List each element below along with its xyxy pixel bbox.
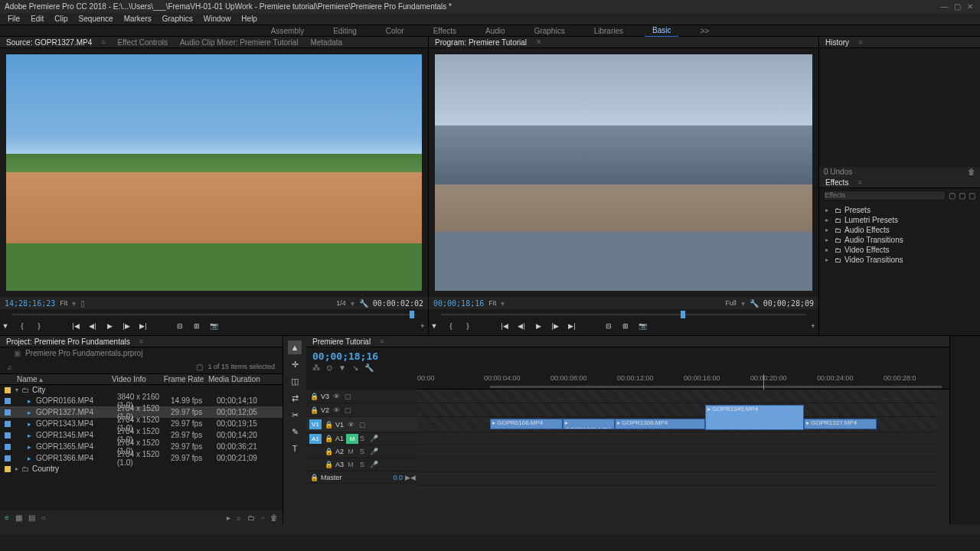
track-head-master[interactable]: 🔒Master0.0▶◀ (306, 471, 417, 484)
effects-folder[interactable]: ▸🗀Lumetri Presets (825, 215, 974, 225)
in-button[interactable]: { (17, 322, 28, 333)
menu-file[interactable]: File (3, 15, 24, 23)
track-lane-a2[interactable] (417, 445, 938, 458)
timeline-timecode[interactable]: 00;00;18;16 (312, 350, 943, 362)
lift-button[interactable]: ⊟ (603, 322, 614, 333)
track-head-v3[interactable]: 🔒V3👁▢ (306, 390, 417, 403)
tab-effects[interactable]: Effects (824, 178, 853, 187)
tab-history[interactable]: History (824, 38, 854, 47)
menu-edit[interactable]: Edit (26, 15, 48, 23)
zoom-slider[interactable]: ○ (41, 514, 46, 522)
wrench-icon[interactable]: 🔧 (359, 299, 368, 308)
track-lane-v2[interactable] (417, 403, 938, 417)
maximize-icon[interactable]: ▢ (952, 0, 962, 13)
step-back-button[interactable]: ◀| (516, 322, 527, 333)
track-head-v2[interactable]: 🔒V2👁▢ (306, 403, 417, 417)
insert-button[interactable]: ⊟ (175, 322, 185, 333)
fx-badge-icon[interactable]: ▢ (959, 191, 965, 200)
wrench-icon[interactable]: 🔧 (750, 299, 759, 308)
effects-folder[interactable]: ▸🗀Audio Transitions (825, 235, 974, 245)
freeform-view-button[interactable]: ▤ (28, 514, 35, 522)
source-tab-0[interactable]: Source: GOPR1327.MP4 (5, 38, 96, 47)
menu-window[interactable]: Window (199, 15, 236, 23)
track-lane-master[interactable] (417, 472, 938, 486)
source-fit[interactable]: Fit (60, 299, 67, 307)
tool-2[interactable]: ◫ (288, 374, 302, 388)
goto-out-button[interactable]: ▶| (567, 322, 577, 333)
effects-folder[interactable]: ▸🗀Video Transitions (825, 255, 974, 265)
source-tab-3[interactable]: Metadata (309, 38, 347, 47)
goto-in-button[interactable]: |◀ (499, 322, 510, 333)
add-button[interactable]: + (417, 322, 428, 333)
goto-in-button[interactable]: |◀ (70, 322, 81, 333)
play-button[interactable]: ▶ (104, 322, 115, 333)
workspace-color[interactable]: Color (378, 25, 412, 37)
effects-search-input[interactable] (824, 191, 946, 201)
trash-icon[interactable]: 🗑 (270, 514, 278, 522)
workspace-assembly[interactable]: Assembly (263, 25, 312, 37)
timeline-clip[interactable]: ▸ GOPR0166.MP4 (490, 419, 563, 429)
col-video-info[interactable]: Video Info (112, 375, 162, 383)
filter-icon[interactable]: ▢ (196, 363, 203, 371)
add-marker-button[interactable]: ▼ (0, 322, 11, 333)
timeline-ruler[interactable]: 00:0000:00:04:0000:00:08:0000:00:12:0000… (417, 374, 949, 390)
effects-folder[interactable]: ▸🗀Video Effects (825, 245, 974, 255)
in-button[interactable]: { (446, 322, 456, 333)
track-head-v1[interactable]: V1🔒V1👁▢ (306, 417, 417, 432)
source-monitor[interactable] (6, 54, 422, 291)
tool-5[interactable]: ✎ (288, 425, 302, 439)
goto-out-button[interactable]: ▶| (138, 322, 149, 333)
track-lane-v3[interactable] (417, 390, 938, 403)
workspace-editing[interactable]: Editing (325, 25, 364, 37)
tool-1[interactable]: ✛ (288, 357, 302, 371)
program-fit[interactable]: Fit (488, 299, 496, 307)
timeline-clip[interactable]: ▸ GOPR1345.MP4 (705, 405, 804, 430)
source-zoom[interactable]: 1/4 (336, 299, 346, 307)
workspace-libraries[interactable]: Libraries (586, 25, 631, 37)
tool-0[interactable]: ▲ (288, 341, 302, 354)
col-media-duration[interactable]: Media Duration (208, 375, 266, 383)
close-icon[interactable]: ≡ (856, 178, 866, 186)
tool-4[interactable]: ✂ (288, 408, 302, 422)
find-icon[interactable]: ⌕ (237, 514, 241, 522)
workspace-audio[interactable]: Audio (478, 25, 513, 37)
workspace-basic[interactable]: Basic (645, 24, 678, 37)
markers-icon[interactable]: ▼ (338, 364, 346, 372)
timeline-clip[interactable]: ▸ GOPR1366.MP4 (615, 419, 705, 429)
play-button[interactable]: ▶ (533, 322, 544, 333)
add-button[interactable]: + (808, 322, 818, 333)
close-icon[interactable]: ≡ (857, 38, 867, 46)
col-name[interactable]: Name ▴ (17, 375, 110, 383)
source-scrubber[interactable] (5, 309, 423, 320)
minimize-icon[interactable]: — (939, 0, 949, 13)
add-marker-button[interactable]: ▼ (429, 322, 439, 333)
tab-program[interactable]: Program: Premiere Tutorial (433, 38, 531, 47)
program-res[interactable]: Full (725, 299, 737, 307)
effects-folder[interactable]: ▸🗀Audio Effects (825, 225, 974, 235)
icon-view-button[interactable]: ▦ (15, 514, 22, 522)
workspace-overflow[interactable]: >> (692, 25, 717, 37)
effects-folder[interactable]: ▸🗀Presets (825, 205, 974, 215)
menu-graphics[interactable]: Graphics (158, 15, 198, 23)
close-icon[interactable]: ✕ (965, 0, 975, 13)
track-lane-a1[interactable] (417, 431, 938, 445)
fx-badge-icon[interactable]: ▢ (969, 191, 975, 200)
menu-markers[interactable]: Markers (119, 15, 156, 23)
menu-clip[interactable]: Clip (50, 15, 72, 23)
step-fwd-button[interactable]: |▶ (121, 322, 132, 333)
out-button[interactable]: } (34, 322, 44, 333)
program-monitor[interactable] (435, 54, 812, 291)
tracks-area[interactable]: ▸ GOPR0166.MP4▸ GOPR1365.MP4▸ GOPR1366.M… (417, 390, 949, 524)
new-bin-button[interactable]: 🗀 (247, 514, 255, 522)
list-view-button[interactable]: ≡ (5, 514, 9, 522)
close-icon[interactable]: ≡ (378, 337, 388, 345)
export-frame-button[interactable]: 📷 (208, 322, 219, 333)
close-icon[interactable]: ≡ (138, 337, 148, 345)
menu-help[interactable]: Help (237, 15, 262, 23)
step-fwd-button[interactable]: |▶ (550, 322, 560, 333)
workspace-effects[interactable]: Effects (426, 25, 464, 37)
fx-badge-icon[interactable]: ▢ (949, 191, 956, 200)
source-tab-1[interactable]: Effect Controls (116, 38, 172, 47)
automate-icon[interactable]: ▸ (227, 514, 230, 522)
timeline-clip[interactable]: ▸ GOPR1327.MP4 (804, 419, 877, 429)
